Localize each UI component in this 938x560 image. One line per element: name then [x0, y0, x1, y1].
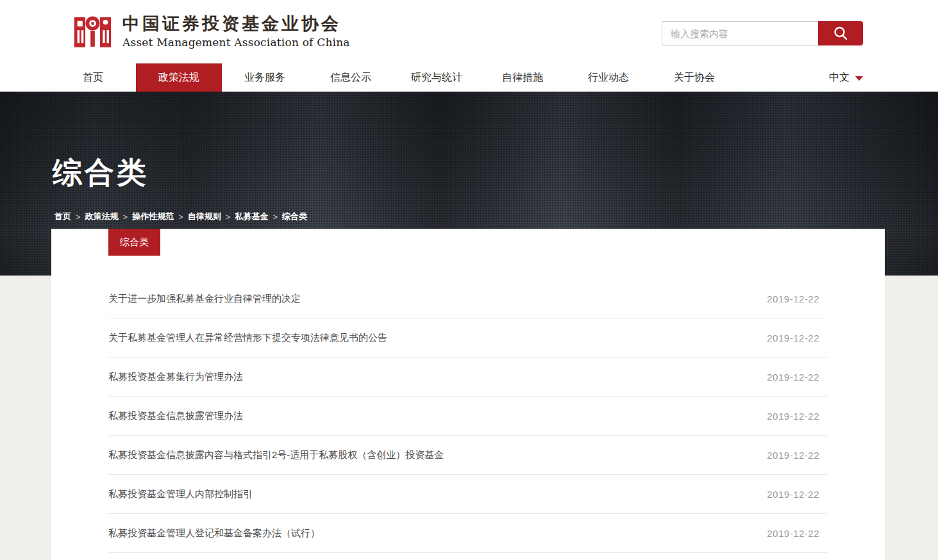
breadcrumb-separator: > — [178, 212, 183, 222]
document-title-link[interactable]: 私募投资基金募集行为管理办法 — [108, 371, 243, 383]
site-search — [662, 21, 863, 45]
document-title-link[interactable]: 关于私募基金管理人在异常经营情形下提交专项法律意见书的公告 — [108, 332, 387, 344]
nav-item-about[interactable]: 关于协会 — [651, 63, 737, 92]
brand-title-zh: 中国证券投资基金业协会 — [122, 14, 350, 34]
nav-item-home[interactable]: 首页 — [50, 63, 136, 92]
breadcrumb-self-discipline-rules[interactable]: 自律规则 — [188, 211, 221, 222]
document-title-link[interactable]: 私募投资基金管理人内部控制指引 — [108, 488, 253, 500]
search-input[interactable] — [662, 21, 818, 45]
document-title-link[interactable]: 私募投资基金管理人登记和基金备案办法（试行） — [108, 527, 320, 539]
nav-item-disclosure[interactable]: 信息公示 — [308, 63, 394, 92]
list-item[interactable]: 私募投资基金管理人登记和基金备案办法（试行） 2019-12-22 — [108, 514, 827, 553]
breadcrumb-home[interactable]: 首页 — [54, 211, 71, 222]
breadcrumb-separator: > — [123, 212, 128, 222]
site-header: 中国证券投资基金业协会 Asset Management Association… — [0, 0, 938, 92]
search-button[interactable] — [818, 21, 863, 45]
content-card: 综合类 关于进一步加强私募基金行业自律管理的决定 2019-12-22 关于私募… — [51, 229, 885, 560]
brand-text: 中国证券投资基金业协会 Asset Management Association… — [122, 14, 350, 49]
page-title: 综合类 — [53, 153, 149, 193]
document-date: 2019-12-22 — [767, 293, 819, 304]
tab-general-category[interactable]: 综合类 — [108, 229, 160, 256]
language-label: 中文 — [829, 71, 850, 85]
header-top: 中国证券投资基金业协会 Asset Management Association… — [0, 0, 938, 63]
document-list: 关于进一步加强私募基金行业自律管理的决定 2019-12-22 关于私募基金管理… — [108, 279, 827, 553]
list-item[interactable]: 私募投资基金管理人内部控制指引 2019-12-22 — [108, 475, 827, 514]
breadcrumb-private-funds[interactable]: 私募基金 — [235, 211, 268, 222]
nav-item-research[interactable]: 研究与统计 — [394, 63, 480, 92]
list-item[interactable]: 私募投资基金信息披露内容与格式指引2号-适用于私募股权（含创业）投资基金 201… — [108, 436, 827, 475]
document-title-link[interactable]: 私募投资基金信息披露管理办法 — [108, 410, 243, 422]
document-title-link[interactable]: 私募投资基金信息披露内容与格式指引2号-适用于私募股权（含创业）投资基金 — [108, 449, 444, 461]
nav-item-industry-news[interactable]: 行业动态 — [565, 63, 651, 92]
document-date: 2019-12-22 — [767, 489, 819, 500]
document-date: 2019-12-22 — [767, 411, 819, 422]
breadcrumb-separator: > — [272, 212, 278, 222]
breadcrumb-operational-rules[interactable]: 操作性规范 — [132, 211, 174, 222]
nav-item-services[interactable]: 业务服务 — [222, 63, 308, 92]
document-date: 2019-12-22 — [767, 333, 819, 343]
nav-item-self-discipline[interactable]: 自律措施 — [480, 63, 565, 92]
breadcrumb-current: 综合类 — [282, 211, 307, 222]
language-switcher[interactable]: 中文 — [829, 63, 863, 92]
breadcrumb: 首页 > 政策法规 > 操作性规范 > 自律规则 > 私募基金 > 综合类 — [54, 211, 307, 222]
breadcrumb-separator: > — [76, 212, 81, 222]
main-nav: 首页 政策法规 业务服务 信息公示 研究与统计 自律措施 行业动态 关于协会 中… — [0, 63, 938, 92]
brand-title-en: Asset Management Association of China — [122, 36, 350, 49]
breadcrumb-policies[interactable]: 政策法规 — [85, 211, 119, 222]
amac-seal-logo — [72, 13, 113, 50]
breadcrumb-separator: > — [226, 212, 231, 222]
document-date: 2019-12-22 — [767, 528, 819, 539]
chevron-down-icon — [855, 76, 863, 81]
document-date: 2019-12-22 — [767, 372, 819, 383]
document-date: 2019-12-22 — [767, 450, 819, 461]
list-item[interactable]: 私募投资基金募集行为管理办法 2019-12-22 — [108, 358, 827, 397]
list-item[interactable]: 关于私募基金管理人在异常经营情形下提交专项法律意见书的公告 2019-12-22 — [108, 318, 827, 358]
document-title-link[interactable]: 关于进一步加强私募基金行业自律管理的决定 — [108, 293, 301, 305]
list-item[interactable]: 私募投资基金信息披露管理办法 2019-12-22 — [108, 397, 827, 436]
search-icon — [832, 25, 849, 42]
list-item[interactable]: 关于进一步加强私募基金行业自律管理的决定 2019-12-22 — [108, 279, 827, 318]
brand-home-link[interactable]: 中国证券投资基金业协会 Asset Management Association… — [72, 13, 350, 50]
nav-item-policies[interactable]: 政策法规 — [136, 63, 222, 92]
